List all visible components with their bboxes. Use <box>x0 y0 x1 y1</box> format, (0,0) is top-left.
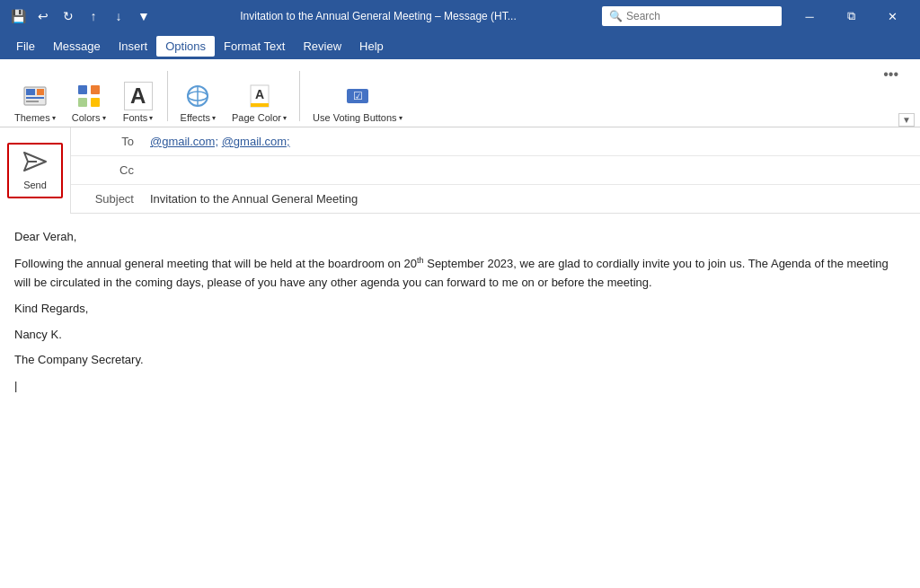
colors-label: Colors ▾ <box>72 112 106 123</box>
to-recipient-2: @gmail.com; <box>222 135 290 148</box>
svg-text:A: A <box>254 87 263 101</box>
save-icon[interactable]: 💾 <box>7 5 29 27</box>
body-text-content: Dear Verah, Following the annual general… <box>14 228 906 396</box>
name-line: Nancy K. <box>14 326 906 345</box>
effects-label: Effects ▾ <box>181 112 216 123</box>
cc-field[interactable] <box>143 167 920 174</box>
title-bar: 💾 ↩ ↻ ↑ ↓ ▼ Invitation to the Annual Gen… <box>0 0 920 32</box>
menu-message[interactable]: Message <box>44 36 110 57</box>
to-label: To <box>71 135 143 148</box>
send-button[interactable]: Send <box>7 143 63 198</box>
voting-icon: ☑ <box>343 82 372 110</box>
fonts-icon: A <box>124 82 153 110</box>
menu-file[interactable]: File <box>7 36 44 57</box>
subject-field-row: Subject Invitation to the Annual General… <box>71 185 920 214</box>
themes-label: Themes ▾ <box>14 112 56 123</box>
email-compose-area: Send To @gmail.com; @gmail.com; Cc <box>0 127 920 588</box>
page-color-button[interactable]: A Page Color ▾ <box>225 78 294 127</box>
menu-help[interactable]: Help <box>350 36 393 57</box>
down-icon[interactable]: ↓ <box>108 5 129 27</box>
themes-button[interactable]: Themes ▾ <box>7 78 63 127</box>
cc-label: Cc <box>71 163 143 177</box>
svg-rect-3 <box>26 97 44 99</box>
svg-rect-2 <box>37 89 44 95</box>
svg-rect-5 <box>78 85 87 94</box>
window-title: Invitation to the Annual General Meeting… <box>155 10 602 22</box>
fonts-button[interactable]: A Fonts ▾ <box>115 78 162 127</box>
page-color-icon: A <box>245 82 274 110</box>
fields-area: To @gmail.com; @gmail.com; Cc Subject In… <box>70 127 920 214</box>
to-field[interactable]: @gmail.com; @gmail.com; <box>143 131 920 152</box>
title-bar-tools: 💾 ↩ ↻ ↑ ↓ ▼ <box>7 5 155 27</box>
compose-container: Send To @gmail.com; @gmail.com; Cc <box>0 127 920 588</box>
svg-rect-1 <box>26 89 35 95</box>
menu-format-text[interactable]: Format Text <box>215 36 294 57</box>
page-color-label: Page Color ▾ <box>232 112 287 123</box>
customize-icon[interactable]: ▼ <box>133 5 155 27</box>
svg-rect-8 <box>91 98 100 107</box>
minimize-button[interactable]: ─ <box>789 0 830 32</box>
to-recipient-1: @gmail.com; <box>150 135 218 148</box>
colors-icon <box>75 82 103 110</box>
ribbon-expand-button[interactable]: ▼ <box>898 113 915 127</box>
email-body[interactable]: Dear Verah, Following the annual general… <box>0 214 920 588</box>
redo-icon[interactable]: ↻ <box>58 5 79 27</box>
svg-rect-13 <box>251 103 269 107</box>
voting-buttons-button[interactable]: ☑ Use Voting Buttons ▾ <box>305 78 410 127</box>
greeting-line: Dear Verah, <box>14 228 906 247</box>
send-button-area: Send <box>0 127 70 214</box>
svg-rect-4 <box>26 101 39 102</box>
body-paragraph: Following the annual general meeting tha… <box>14 254 906 293</box>
subject-label: Subject <box>71 192 143 206</box>
to-field-row: To @gmail.com; @gmail.com; <box>71 127 920 156</box>
search-box[interactable]: 🔍 <box>602 6 782 26</box>
sign-off-line: Kind Regards, <box>14 300 906 319</box>
up-icon[interactable]: ↑ <box>83 5 104 27</box>
svg-rect-6 <box>91 85 100 94</box>
search-icon: 🔍 <box>609 10 623 22</box>
svg-rect-7 <box>78 98 87 107</box>
effects-icon <box>183 82 212 110</box>
restore-button[interactable]: ⧉ <box>830 0 871 32</box>
cursor-line: | <box>14 377 906 396</box>
voting-buttons-label: Use Voting Buttons ▾ <box>313 112 402 123</box>
close-button[interactable]: ✕ <box>871 0 913 32</box>
svg-text:☑: ☑ <box>352 90 362 102</box>
ribbon: Themes ▾ Colors ▾ A Fonts ▾ <box>0 59 920 127</box>
search-input[interactable] <box>626 10 774 22</box>
menu-insert[interactable]: Insert <box>110 36 157 57</box>
compose-header: Send To @gmail.com; @gmail.com; Cc <box>0 127 920 214</box>
subject-field[interactable]: Invitation to the Annual General Meeting <box>143 189 920 209</box>
undo-icon[interactable]: ↩ <box>32 5 54 27</box>
ribbon-separator-1 <box>167 71 168 121</box>
window-controls: ─ ⧉ ✕ <box>789 0 913 32</box>
colors-button[interactable]: Colors ▾ <box>65 78 113 127</box>
fonts-label: Fonts ▾ <box>123 112 154 123</box>
menu-review[interactable]: Review <box>294 36 350 57</box>
ribbon-separator-2 <box>299 71 300 121</box>
effects-button[interactable]: Effects ▾ <box>173 78 223 127</box>
send-icon <box>22 151 48 178</box>
send-label: Send <box>23 180 47 190</box>
title-line: The Company Secretary. <box>14 351 906 370</box>
menu-options[interactable]: Options <box>156 36 215 57</box>
ribbon-more-button[interactable]: ••• <box>883 66 898 123</box>
cc-field-row: Cc <box>71 156 920 185</box>
themes-icon <box>21 82 49 110</box>
menu-bar: File Message Insert Options Format Text … <box>0 32 920 59</box>
